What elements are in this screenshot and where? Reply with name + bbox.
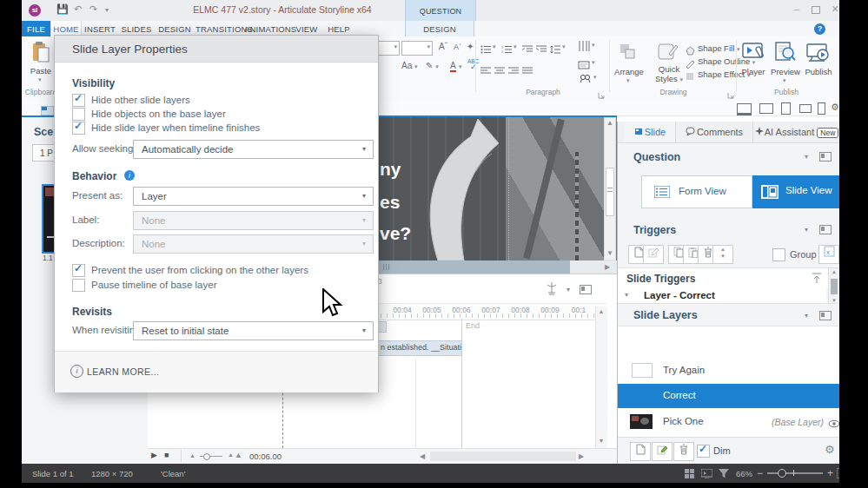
close-button[interactable]: ✕: [828, 3, 839, 15]
publish-icon[interactable]: [805, 41, 832, 69]
zoom-slider-track[interactable]: [767, 472, 823, 474]
zoom-in-small-icon[interactable]: ▲: [228, 452, 234, 458]
timeline-vscrollbar[interactable]: [595, 307, 607, 448]
question-dock-icon[interactable]: [819, 152, 832, 162]
timeline-scroll-right-icon[interactable]: ▶: [579, 452, 584, 460]
tab-slide[interactable]: Slide: [625, 122, 676, 142]
timeline-zoom-thumb[interactable]: [203, 453, 210, 460]
form-view-button[interactable]: Form View: [641, 175, 752, 208]
align-right-icon[interactable]: [508, 63, 519, 78]
phone-portrait-icon[interactable]: [818, 102, 825, 115]
triggers-scrollbar[interactable]: ▲ ▼: [828, 267, 839, 307]
highlight-icon[interactable]: ✎ ▾: [426, 61, 439, 70]
font-color-dropdown-icon[interactable]: ▾: [459, 63, 462, 70]
delete-layer-icon[interactable]: [673, 442, 694, 461]
change-case-icon[interactable]: Aa ▾: [401, 61, 418, 70]
collapse-all-icon[interactable]: [812, 272, 822, 287]
triggers-collapse-icon[interactable]: ▾: [805, 226, 808, 234]
font-size-combo[interactable]: ▾: [401, 41, 433, 56]
zoom-percent[interactable]: 66%: [736, 469, 752, 478]
bullet-list-dropdown-icon[interactable]: ▾: [493, 43, 496, 50]
zoom-in-button[interactable]: +: [827, 467, 833, 479]
minimize-button[interactable]: –: [790, 3, 804, 14]
filter-funnel-icon[interactable]: [719, 469, 729, 480]
edit-layer-icon[interactable]: [652, 442, 673, 461]
slide-layers-collapse-icon[interactable]: ▾: [805, 312, 808, 320]
arrange-dropdown-icon[interactable]: ▾: [626, 77, 630, 84]
layer-settings-gear-icon[interactable]: ⚙: [825, 443, 835, 456]
grid-view-icon[interactable]: [685, 469, 694, 480]
trigger-item-row[interactable]: ▾ Layer - Correct: [618, 288, 826, 303]
player-icon[interactable]: [741, 41, 767, 69]
timeline-scroll-left-icon[interactable]: ◀: [420, 452, 425, 460]
arrange-button[interactable]: Arrange: [611, 67, 647, 76]
redo-icon[interactable]: ↷: [89, 3, 97, 15]
layer-row-try-again[interactable]: Try Again: [618, 359, 839, 382]
play-icon[interactable]: ▶: [151, 451, 157, 459]
player-button[interactable]: Player: [738, 67, 769, 76]
triggers-scroll-up-icon[interactable]: ▲: [830, 269, 838, 274]
triggers-scroll-thumb[interactable]: [831, 279, 838, 294]
hide-when-finishes-checkbox[interactable]: ✓: [72, 122, 85, 135]
text-box-dropdown-icon[interactable]: ▾: [592, 59, 595, 66]
phone-landscape-icon[interactable]: [799, 104, 812, 113]
font-color-icon[interactable]: A: [450, 61, 456, 72]
clear-formatting-icon[interactable]: ✦: [467, 42, 474, 51]
shrink-font-icon[interactable]: Aˊ: [454, 43, 461, 51]
paste-icon[interactable]: [30, 42, 51, 68]
timeline-scroll-down-icon[interactable]: ▼: [597, 438, 606, 444]
find-dropdown-icon[interactable]: ▾: [593, 74, 597, 81]
columns-dropdown-icon[interactable]: ▾: [592, 42, 595, 49]
line-spacing-icon[interactable]: [550, 42, 560, 57]
grow-font-icon[interactable]: Aˇ: [439, 42, 447, 51]
preview-dropdown-icon[interactable]: ▾: [783, 77, 786, 84]
undo-icon[interactable]: ↶: [74, 3, 82, 15]
preview-monitor-icon[interactable]: [701, 469, 712, 480]
when-revisiting-dropdown[interactable]: Reset to initial state▾: [133, 321, 374, 340]
zoom-slider-thumb[interactable]: [778, 469, 786, 478]
new-layer-icon[interactable]: [630, 442, 651, 461]
question-collapse-icon[interactable]: ▾: [805, 153, 808, 161]
dialog-header[interactable]: Slide Layer Properties: [55, 36, 378, 63]
slide-stage[interactable]: ny es ve? ▲ ▼ ▶: [377, 117, 617, 274]
hide-other-layers-checkbox[interactable]: ✓: [72, 94, 85, 107]
bullet-list-icon[interactable]: [480, 42, 491, 57]
layer-visibility-eye-icon[interactable]: [828, 416, 839, 432]
behavior-info-icon[interactable]: i: [124, 170, 135, 181]
tablet-landscape-icon[interactable]: [759, 103, 773, 114]
stage-scroll-up-icon[interactable]: ▲: [606, 119, 614, 127]
tab-ai-assistant[interactable]: AI Assistant New: [753, 122, 839, 142]
numbered-list-icon[interactable]: 12: [501, 42, 512, 57]
slide-view-button[interactable]: Slide View: [752, 175, 839, 208]
tab-question-tools-design[interactable]: DESIGN: [405, 21, 474, 36]
edit-trigger-icon[interactable]: [643, 245, 664, 264]
dim-checkbox[interactable]: ✓: [697, 445, 710, 458]
view-settings-gear-icon[interactable]: ⚙: [831, 102, 839, 113]
hide-base-objects-checkbox[interactable]: [72, 108, 85, 121]
tab-comments[interactable]: Comments: [676, 122, 753, 142]
align-left-icon[interactable]: [480, 63, 491, 78]
desktop-preview-icon[interactable]: [737, 103, 752, 115]
columns-icon[interactable]: [578, 40, 590, 56]
stage-hscroll-thumb[interactable]: [377, 260, 570, 274]
timeline-dropdown-icon[interactable]: ▾: [567, 286, 570, 293]
zoom-in-large-icon[interactable]: ▲: [235, 451, 242, 459]
restore-button[interactable]: [809, 5, 823, 16]
present-as-dropdown[interactable]: Layer▾: [133, 187, 374, 206]
align-center-icon[interactable]: [494, 63, 505, 78]
paste-dropdown-icon[interactable]: ▾: [38, 76, 42, 83]
zoom-out-button[interactable]: −: [757, 467, 763, 479]
publish-button[interactable]: Publish: [802, 67, 835, 76]
layer-row-correct-selected[interactable]: Correct: [618, 384, 839, 408]
increase-indent-icon[interactable]: [536, 42, 547, 57]
find-icon[interactable]: [580, 71, 591, 87]
quick-styles-icon[interactable]: [657, 42, 679, 66]
triggers-dock-icon[interactable]: [819, 225, 832, 234]
learn-more-link[interactable]: LEARN MORE...: [87, 366, 159, 377]
tablet-portrait-icon[interactable]: [781, 102, 791, 115]
quick-styles-button-line2[interactable]: Styles ▾: [653, 74, 686, 83]
group-checkbox[interactable]: [772, 248, 785, 261]
variables-icon[interactable]: x: [818, 245, 839, 264]
line-spacing-dropdown-icon[interactable]: ▾: [562, 43, 566, 50]
reorder-trigger-icon[interactable]: ▲▼: [712, 245, 733, 264]
